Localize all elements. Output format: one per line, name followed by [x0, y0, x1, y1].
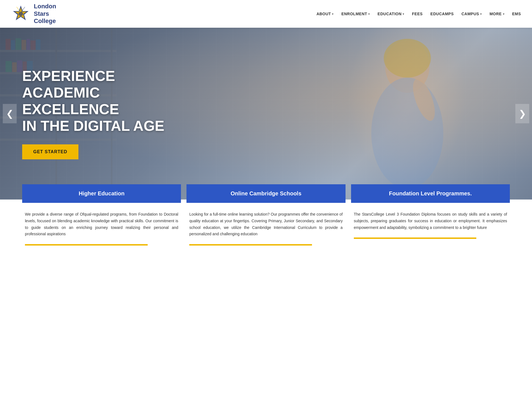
svg-rect-10: [6, 39, 11, 50]
education-chevron-icon: ▾: [403, 12, 404, 16]
site-header: London Stars College ABOUT ▾ ENROLMENT ▾…: [0, 0, 532, 28]
enrolment-chevron-icon: ▾: [368, 12, 370, 16]
card-underline-higher-education: [25, 244, 148, 246]
card-header-foundation[interactable]: Foundation Level Programmes.: [351, 184, 510, 203]
carousel-next-button[interactable]: ❯: [515, 104, 529, 123]
card-header-higher-education[interactable]: Higher Education: [22, 184, 181, 203]
svg-point-25: [384, 39, 431, 78]
card-body-foundation: The StarsCollege Level 3 Foundation Dipl…: [351, 211, 510, 246]
card-bodies: We provide a diverse range of Ofqual-reg…: [0, 203, 532, 262]
svg-rect-16: [36, 39, 40, 50]
site-name-text: London Stars College: [34, 3, 56, 25]
card-text-foundation: The StarsCollege Level 3 Foundation Dipl…: [354, 211, 507, 231]
card-body-higher-education: We provide a diverse range of Ofqual-reg…: [22, 211, 181, 246]
chevron-right-icon: ❯: [519, 108, 526, 119]
nav-enrolment[interactable]: ENROLMENT ▾: [341, 12, 370, 16]
card-underline-online-cambridge: [189, 244, 312, 246]
get-started-button[interactable]: GET STARTED: [22, 144, 78, 159]
card-text-higher-education: We provide a diverse range of Ofqual-reg…: [25, 211, 178, 237]
svg-rect-11: [11, 40, 15, 50]
carousel-prev-button[interactable]: ❮: [3, 104, 17, 123]
card-body-online-cambridge: Looking for a full-time online learning …: [186, 211, 345, 246]
card-header-online-cambridge[interactable]: Online Cambridge Schools: [186, 184, 345, 203]
card-headers: Higher Education Online Cambridge School…: [0, 184, 532, 203]
nav-campus[interactable]: CAMPUS ▾: [461, 12, 482, 16]
hero-title: EXPERIENCE ACADEMIC EXCELLENCE IN THE DI…: [22, 68, 172, 134]
cards-section: Higher Education Online Cambridge School…: [0, 184, 532, 262]
campus-chevron-icon: ▾: [480, 12, 482, 16]
svg-rect-14: [27, 39, 30, 50]
nav-fees[interactable]: FEES: [412, 12, 423, 16]
nav-ems[interactable]: EMS: [512, 12, 521, 16]
nav-education[interactable]: EDUCATION ▾: [378, 12, 404, 16]
svg-point-26: [371, 78, 443, 188]
nav-educamps[interactable]: EDUCAMPS: [430, 12, 454, 16]
more-chevron-icon: ▾: [503, 12, 505, 16]
logo-area[interactable]: London Stars College: [11, 3, 56, 25]
hero-section: ❮ EXPERIENCE ACADEMIC EXCELLENCE IN THE …: [0, 28, 532, 200]
svg-rect-13: [22, 40, 26, 50]
hero-content: EXPERIENCE ACADEMIC EXCELLENCE IN THE DI…: [0, 68, 194, 159]
card-text-online-cambridge: Looking for a full-time online learning …: [189, 211, 342, 237]
svg-rect-15: [30, 40, 35, 50]
nav-about[interactable]: ABOUT ▾: [316, 12, 334, 16]
logo-icon: [11, 4, 30, 24]
hero-person-image: [338, 28, 477, 200]
svg-rect-12: [16, 38, 21, 50]
nav-more[interactable]: MORE ▾: [490, 12, 505, 16]
main-nav: ABOUT ▾ ENROLMENT ▾ EDUCATION ▾ FEES EDU…: [316, 12, 521, 16]
about-chevron-icon: ▾: [332, 12, 334, 16]
svg-rect-5: [0, 50, 116, 52]
card-underline-foundation: [354, 237, 477, 239]
chevron-left-icon: ❮: [6, 108, 14, 119]
